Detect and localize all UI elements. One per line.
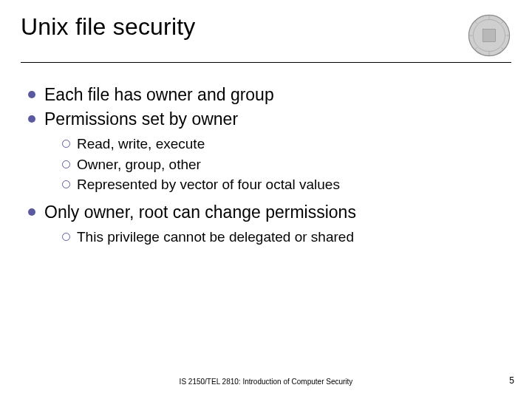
bullet-item: Each file has owner and group [27,83,511,106]
page-number: 5 [509,375,514,386]
bullet-text: Each file has owner and group [44,85,274,104]
sub-bullet-item: This privilege cannot be delegated or sh… [44,227,511,248]
bullet-item: Permissions set by owner Read, write, ex… [27,108,511,195]
slide-title: Unix file security [21,13,196,41]
sub-bullet-item: Represented by vector of four octal valu… [44,174,511,195]
slide: Unix file security Each file has owner a… [0,0,532,399]
sub-bullet-item: Owner, group, other [44,154,511,175]
bullet-list: Each file has owner and group Permission… [27,83,511,247]
content: Each file has owner and group Permission… [21,83,511,247]
bullet-item: Only owner, root can change permissions … [27,201,511,248]
footer-course: IS 2150/TEL 2810: Introduction of Comput… [0,378,532,386]
sub-bullet-list: This privilege cannot be delegated or sh… [44,227,511,248]
bullet-text: Permissions set by owner [44,109,238,129]
seal-icon [467,13,511,58]
bullet-text: Only owner, root can change permissions [44,202,356,222]
sub-bullet-list: Read, write, execute Owner, group, other… [44,134,511,195]
svg-rect-2 [483,30,496,42]
title-row: Unix file security [21,13,511,63]
sub-bullet-item: Read, write, execute [44,134,511,154]
